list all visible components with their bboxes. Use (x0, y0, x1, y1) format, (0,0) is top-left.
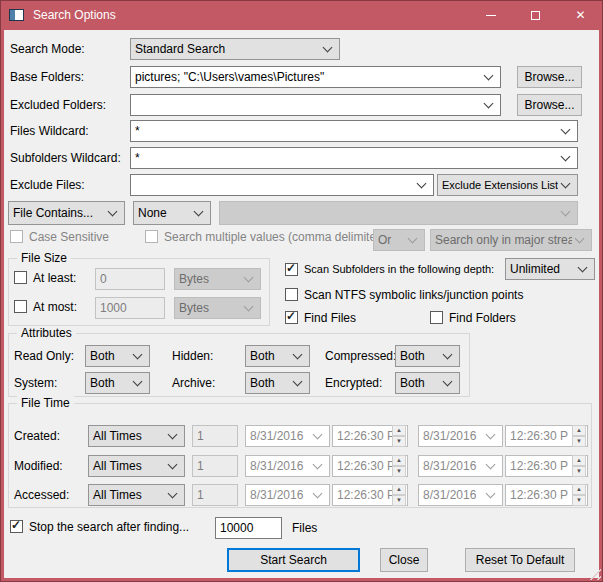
chevron-down-icon (293, 377, 303, 387)
accessed-date-from-picker: 8/31/2016 (245, 484, 330, 506)
exclude-files-input[interactable] (131, 178, 414, 192)
multiple-values-checkbox (145, 230, 158, 243)
ntfs-links-checkbox[interactable] (285, 288, 298, 301)
spin-up-icon: ▲ (392, 455, 406, 466)
spin-down-icon: ▼ (572, 466, 586, 477)
excluded-folders-browse-button[interactable]: Browse... (517, 94, 582, 116)
files-wildcard-input[interactable] (131, 124, 558, 138)
hidden-select[interactable]: Both (245, 345, 310, 367)
spin-down-icon: ▼ (392, 495, 406, 506)
at-most-checkbox[interactable] (14, 300, 27, 313)
chevron-down-icon (133, 350, 143, 360)
exclude-extensions-list-select[interactable]: Exclude Extensions List (437, 174, 578, 196)
system-label: System: (14, 376, 57, 390)
modified-mode-select[interactable]: All Times (88, 455, 185, 477)
base-folders-input[interactable] (131, 70, 481, 84)
file-contains-mode-select[interactable]: File Contains... (8, 201, 125, 225)
read-only-label: Read Only: (14, 349, 74, 363)
created-mode-select[interactable]: All Times (88, 425, 185, 447)
chevron-down-icon (578, 263, 588, 273)
stop-after-count-input[interactable] (215, 517, 282, 539)
subfolders-wildcard-label: Subfolders Wildcard: (10, 151, 121, 165)
titlebar: Search Options ✕ (0, 0, 603, 30)
find-files-option[interactable]: Find Files (285, 311, 356, 325)
modified-label: Modified: (14, 459, 63, 473)
spinner: ▲▼ (572, 484, 586, 506)
files-wildcard-combobox[interactable] (130, 120, 578, 142)
spinner: ▲▼ (392, 484, 406, 506)
created-date-from-picker: 8/31/2016 (245, 425, 330, 447)
maximize-icon (531, 11, 540, 20)
ntfs-links-label: Scan NTFS symbolic links/junction points (304, 288, 523, 302)
created-time-from-picker: 12:26:30 P ▲▼ (332, 425, 408, 447)
excluded-folders-combobox[interactable] (130, 94, 501, 116)
file-size-group-title: File Size (17, 251, 71, 265)
exclude-files-combobox[interactable] (130, 174, 434, 196)
chevron-down-icon (443, 377, 453, 387)
maximize-button[interactable] (513, 0, 558, 30)
chevron-down-icon[interactable] (484, 99, 494, 109)
base-folders-label: Base Folders: (10, 70, 84, 84)
search-mode-select[interactable]: Standard Search (130, 38, 340, 60)
system-select[interactable]: Both (85, 372, 150, 394)
modified-date-to-picker: 8/31/2016 (418, 455, 503, 477)
at-least-label: At least: (33, 271, 76, 285)
accessed-label: Accessed: (14, 488, 69, 502)
encrypted-select[interactable]: Both (395, 372, 460, 394)
file-contains-type-select[interactable]: None (133, 201, 211, 225)
base-folders-combobox[interactable] (130, 66, 501, 88)
spin-up-icon: ▲ (572, 425, 586, 436)
find-folders-option[interactable]: Find Folders (430, 311, 516, 325)
search-mode-label: Search Mode: (10, 42, 85, 56)
spin-down-icon: ▼ (572, 495, 586, 506)
scan-subfolders-option[interactable]: Scan Subfolders in the following depth: (285, 263, 494, 276)
ntfs-links-option[interactable]: Scan NTFS symbolic links/junction points (285, 288, 523, 302)
scan-subfolders-checkbox[interactable] (285, 263, 298, 276)
at-least-option[interactable]: At least: (14, 271, 76, 285)
read-only-select[interactable]: Both (85, 345, 150, 367)
close-dialog-button[interactable]: Close (380, 548, 428, 572)
case-sensitive-label: Case Sensitive (29, 230, 109, 244)
spin-down-icon: ▼ (392, 466, 406, 477)
find-files-label: Find Files (304, 311, 356, 325)
spin-down-icon: ▼ (572, 436, 586, 447)
chevron-down-icon[interactable] (417, 179, 427, 189)
archive-select[interactable]: Both (245, 372, 310, 394)
chevron-down-icon[interactable] (561, 125, 571, 135)
subfolder-depth-select[interactable]: Unlimited (505, 258, 595, 280)
base-folders-browse-button[interactable]: Browse... (517, 66, 582, 88)
files-wildcard-label: Files Wildcard: (10, 124, 89, 138)
subfolders-wildcard-input[interactable] (131, 151, 558, 165)
close-button[interactable]: ✕ (558, 0, 603, 30)
at-least-checkbox[interactable] (14, 271, 27, 284)
at-least-unit-select: Bytes (174, 268, 261, 290)
spinner: ▲▼ (572, 455, 586, 477)
archive-label: Archive: (172, 376, 215, 390)
chevron-down-icon (561, 179, 571, 189)
reset-to-default-button[interactable]: Reset To Default (465, 548, 575, 572)
chevron-down-icon[interactable] (561, 152, 571, 162)
chevron-down-icon[interactable] (484, 71, 494, 81)
encrypted-label: Encrypted: (325, 376, 382, 390)
multiple-values-option: Search multiple values (comma delimited) (145, 230, 387, 244)
chevron-down-icon (293, 350, 303, 360)
stop-after-option[interactable]: Stop the search after finding... (10, 520, 189, 534)
minimize-button[interactable] (468, 0, 513, 30)
accessed-mode-select[interactable]: All Times (88, 484, 185, 506)
accessed-date-to-picker: 8/31/2016 (418, 484, 503, 506)
compressed-select[interactable]: Both (395, 345, 460, 367)
minimize-icon (486, 15, 496, 16)
chevron-down-icon (575, 234, 585, 244)
stop-after-checkbox[interactable] (10, 520, 23, 533)
find-folders-checkbox[interactable] (430, 311, 443, 324)
search-options-dialog: Search Options ✕ Search Mode: Standard S… (0, 0, 603, 582)
start-search-button[interactable]: Start Search (227, 548, 360, 572)
subfolders-wildcard-combobox[interactable] (130, 147, 578, 169)
at-least-value-input (95, 268, 165, 290)
find-files-checkbox[interactable] (285, 311, 298, 324)
at-most-option[interactable]: At most: (14, 300, 77, 314)
excluded-folders-input[interactable] (131, 98, 481, 112)
spinner: ▲▼ (572, 425, 586, 447)
app-icon[interactable] (9, 9, 24, 21)
chevron-down-icon (323, 43, 333, 53)
